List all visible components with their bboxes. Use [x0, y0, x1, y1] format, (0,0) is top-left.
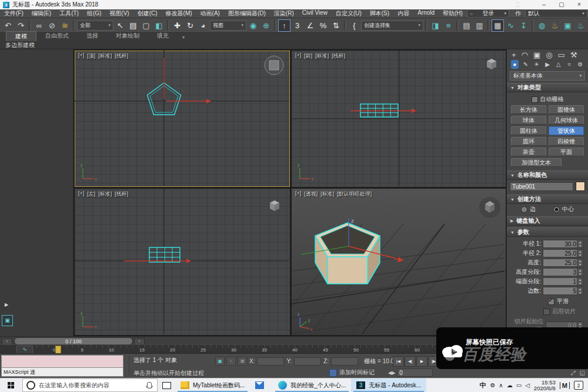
object-type-button[interactable]: 茶壶 — [511, 148, 546, 156]
ribbon-tab[interactable]: 填充 — [148, 31, 178, 41]
toolbar-separator[interactable]: ▾ — [487, 20, 490, 31]
autogrid-checkbox[interactable] — [532, 96, 538, 103]
lights-category-icon[interactable]: ☀ — [533, 60, 540, 69]
spacewarps-category-icon[interactable]: ≈ — [566, 60, 573, 69]
object-type-button[interactable]: 长方体 — [511, 105, 546, 114]
viewport-label-segment[interactable]: [前] — [304, 52, 312, 60]
object-type-button[interactable]: 平面 — [549, 148, 584, 156]
ime-indicator[interactable]: 中 — [479, 381, 486, 390]
toolbar-separator[interactable]: ▾ — [456, 20, 459, 31]
viewport-label-segment[interactable]: [标准] — [315, 52, 329, 60]
viewport-label-segment[interactable]: [标准] — [98, 190, 112, 198]
spinner-arrows-icon[interactable]: ▲▼ — [577, 268, 583, 276]
select-and-rotate-icon[interactable]: ↻ ▾ — [184, 19, 196, 32]
ribbon-tab[interactable]: 选择 — [78, 31, 107, 41]
select-and-link-icon[interactable]: ∞ ▾ — [33, 19, 45, 32]
toolbar-separator[interactable]: ▾ — [73, 20, 75, 31]
menu-item[interactable]: 工具(T) — [55, 9, 83, 18]
start-button[interactable] — [0, 378, 22, 392]
window-crossing-icon[interactable]: ◧ ▾ — [153, 19, 165, 32]
primitive-category-dropdown[interactable]: 标准基本体 ▾ — [510, 71, 585, 81]
notification-center-button[interactable]: 2 — [574, 381, 583, 390]
login-dropdown[interactable]: ○ 登录 ▾ — [467, 9, 509, 18]
onedrive-icon[interactable]: ☁ — [507, 382, 513, 388]
object-color-swatch[interactable] — [576, 182, 585, 191]
create-tab-icon[interactable]: + — [512, 51, 516, 59]
ribbon-collapse-icon[interactable]: ▾ — [182, 35, 185, 40]
top-viewport-canvas[interactable]: x y — [75, 51, 289, 186]
snaps-toggle-icon[interactable]: 3 ▾ — [291, 19, 303, 32]
go-to-start-button[interactable]: |◀ — [393, 356, 404, 367]
viewcube[interactable] — [487, 59, 496, 69]
viewport-label-segment[interactable]: [+] — [295, 52, 301, 60]
object-type-button[interactable]: 几何球体 — [549, 116, 584, 125]
spinner-arrows-icon[interactable]: ▲▼ — [577, 240, 583, 248]
viewport-label-segment[interactable]: [线框] — [115, 190, 128, 198]
track-bar[interactable]: ∿ 0510152025303540455055606570 — [0, 344, 506, 353]
angle-snap-icon[interactable]: ∠ ▾ — [304, 19, 316, 32]
menu-item[interactable]: Civil View — [298, 9, 332, 18]
toolbar-separator[interactable]: ▾ — [532, 20, 534, 31]
viewport-label-segment[interactable]: [+] — [78, 190, 84, 198]
spinner-arrows-icon[interactable]: ▲▼ — [577, 287, 583, 295]
toolbar-separator[interactable]: ▾ — [425, 20, 427, 31]
parameter-spinner-field[interactable]: 1 ▲▼ — [543, 277, 578, 286]
object-type-button[interactable]: 圆柱体 — [511, 126, 546, 135]
current-frame-field[interactable]: 0 — [397, 368, 433, 377]
time-tag-icon[interactable] — [329, 369, 337, 377]
schematic-view-icon[interactable]: ↧ ▾ — [517, 19, 530, 32]
viewport-label-segment[interactable]: [线框] — [332, 52, 345, 60]
utilities-tab-icon[interactable]: ⚒ — [570, 51, 577, 59]
viewport-label-segment[interactable]: [透视] — [304, 190, 318, 198]
menu-item[interactable]: 编辑(E) — [28, 9, 55, 18]
object-type-button[interactable]: 管状体 — [549, 126, 584, 135]
taskbar-app-edge[interactable]: 我的经验_个人中心... — [273, 378, 351, 392]
center-radio[interactable]: 中心 — [553, 205, 574, 213]
maxscript-macro-recorder[interactable] — [1, 355, 123, 368]
screenshot-saved-toast[interactable]: 屏幕快照已保存 百度经验 — [436, 327, 588, 369]
menu-item[interactable]: 图形编辑器(D) — [224, 9, 270, 18]
viewcube[interactable] — [479, 196, 501, 219]
tube-object[interactable] — [315, 223, 380, 284]
viewcube[interactable] — [265, 56, 283, 75]
bind-to-space-warp-icon[interactable]: ≋ ▾ — [59, 19, 71, 32]
menu-item[interactable]: Arnold — [413, 9, 439, 18]
left-viewport-canvas[interactable]: x y — [75, 189, 289, 334]
name-color-rollout-header[interactable]: ▼ 名称和颜色 — [507, 170, 588, 180]
viewport-label-segment[interactable]: [标准] — [98, 52, 112, 60]
menu-item[interactable]: 自定义(U) — [332, 9, 366, 18]
ribbon-tab[interactable]: 对象绘制 — [107, 31, 148, 41]
frame-spinner-arrows-icon[interactable]: ◀▶ — [388, 370, 395, 376]
layer-explorer-icon[interactable]: ▤ ▾ — [460, 19, 473, 32]
object-type-rollout-header[interactable]: ▼ 对象类型 — [507, 83, 588, 92]
viewport-label-segment[interactable]: [左] — [87, 190, 95, 198]
maxscript-listener-label[interactable]: MAXScript 迷 — [1, 368, 123, 377]
selection-set-dropdown[interactable]: 创建选择集 ▾ — [361, 21, 423, 31]
named-selection-sets-icon[interactable]: { ▾ — [348, 19, 360, 32]
material-editor-icon[interactable]: ◍ ▾ — [536, 19, 548, 32]
ribbon-tab[interactable]: 建模 — [6, 31, 36, 41]
use-pivot-center-icon[interactable]: ◉ ▾ — [247, 19, 259, 32]
rectangular-selection-icon[interactable]: ▢ ▾ — [140, 19, 152, 32]
isolate-selection-icon[interactable]: ▣ — [215, 357, 225, 366]
task-view-button[interactable] — [158, 378, 175, 392]
hidden-icons-chevron[interactable]: ∧ — [499, 382, 503, 388]
redo-icon[interactable]: ↷ ▾ — [15, 19, 27, 32]
menu-item[interactable]: 组(G) — [83, 9, 105, 18]
cameras-category-icon[interactable]: ▶ — [544, 60, 552, 69]
hierarchy-tab-icon[interactable]: ▣ — [533, 51, 540, 59]
rendered-frame-icon[interactable]: ▣ ▾ — [562, 19, 574, 32]
display-icon[interactable]: ▭ — [516, 382, 522, 388]
helpers-category-icon[interactable]: △ — [554, 60, 562, 69]
spinner-arrows-icon[interactable]: ▲▼ — [577, 259, 583, 267]
microphone-icon[interactable] — [147, 382, 152, 388]
y-coordinate-field[interactable] — [294, 357, 321, 366]
previous-frame-button[interactable]: ◀| — [405, 356, 416, 367]
floating-panel-icon[interactable]: ▣ — [2, 315, 13, 326]
menu-item[interactable]: 视图(V) — [105, 9, 133, 18]
shapes-category-icon[interactable]: ✎ — [522, 60, 530, 69]
object-type-button[interactable]: 圆环 — [511, 137, 546, 146]
play-button[interactable]: ▶ — [416, 356, 427, 367]
ribbon-tab[interactable]: 自由形式 — [36, 31, 78, 41]
select-and-move-icon[interactable]: ✚ ▾ — [171, 19, 183, 32]
